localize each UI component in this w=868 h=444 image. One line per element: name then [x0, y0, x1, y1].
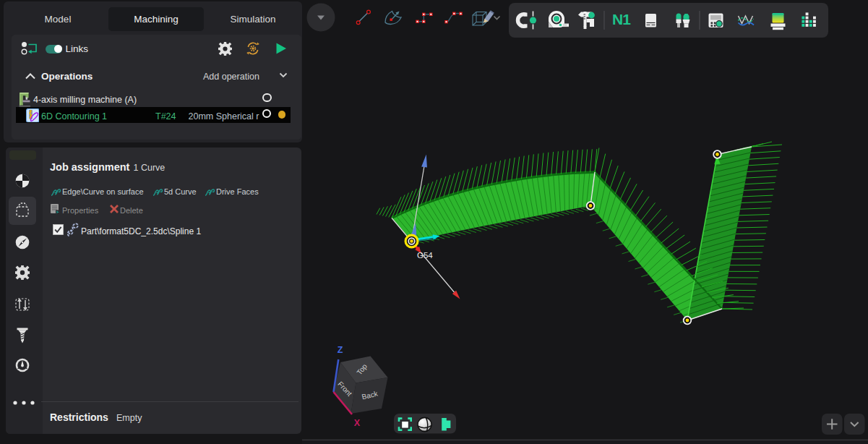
svg-text:N1: N1 — [612, 11, 631, 27]
svg-text:G54: G54 — [417, 251, 433, 260]
svg-text:X: X — [354, 418, 361, 428]
svg-text:Z: Z — [338, 345, 343, 355]
